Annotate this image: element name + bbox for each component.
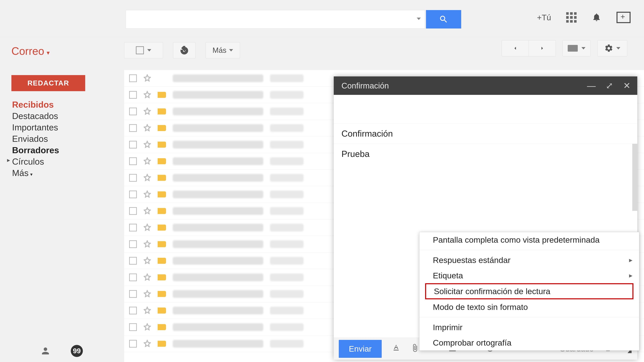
close-icon[interactable]: ✕	[623, 81, 630, 91]
menu-canned-responses[interactable]: Respuestas estándar	[420, 252, 639, 268]
send-button[interactable]: Enviar	[339, 340, 382, 358]
expand-icon[interactable]: ⤢	[606, 81, 613, 91]
star-icon[interactable]	[144, 307, 151, 315]
nav-more[interactable]: Más▾	[12, 167, 59, 179]
star-icon[interactable]	[144, 290, 151, 298]
share-screen-icon[interactable]	[616, 12, 630, 23]
star-icon[interactable]	[144, 323, 151, 331]
nav-drafts[interactable]: Borradores	[12, 144, 59, 156]
refresh-button[interactable]	[173, 42, 196, 58]
important-tag-icon[interactable]	[158, 225, 166, 231]
compose-titlebar[interactable]: Confirmación — ⤢ ✕	[334, 76, 637, 95]
star-icon[interactable]	[144, 157, 151, 165]
nav-inbox[interactable]: Recibidos	[12, 99, 59, 110]
important-tag-icon[interactable]	[158, 75, 166, 81]
important-tag-icon[interactable]	[158, 291, 166, 297]
important-tag-icon[interactable]	[158, 191, 166, 197]
input-tools-button[interactable]	[562, 40, 591, 56]
important-tag-icon[interactable]	[158, 324, 166, 330]
compose-window-controls: — ⤢ ✕	[587, 81, 630, 91]
compose-to-field[interactable]	[334, 95, 637, 123]
important-tag-icon[interactable]	[158, 341, 166, 347]
attach-icon[interactable]	[410, 344, 419, 354]
menu-separator	[420, 250, 639, 250]
settings-button[interactable]	[598, 40, 627, 56]
search-input[interactable]	[126, 10, 425, 28]
nav-sent[interactable]: Enviados	[12, 133, 59, 144]
star-icon[interactable]	[144, 273, 151, 281]
menu-plain-text[interactable]: Modo de texto sin formato	[420, 299, 639, 315]
person-icon[interactable]	[40, 346, 51, 356]
star-icon[interactable]	[144, 190, 151, 198]
google-plus-link[interactable]: +Tú	[537, 13, 551, 22]
compose-button[interactable]: REDACTAR	[12, 75, 85, 91]
star-icon[interactable]	[144, 207, 151, 215]
refresh-icon	[180, 46, 189, 55]
row-checkbox[interactable]	[129, 207, 137, 215]
row-checkbox[interactable]	[129, 290, 137, 298]
nav-starred[interactable]: Destacados	[12, 110, 59, 122]
important-tag-icon[interactable]	[158, 241, 166, 247]
star-icon[interactable]	[144, 74, 151, 82]
pager	[502, 40, 556, 56]
star-icon[interactable]	[144, 141, 151, 149]
minimize-icon[interactable]: —	[587, 81, 596, 91]
important-tag-icon[interactable]	[158, 175, 166, 181]
important-tag-icon[interactable]	[158, 274, 166, 280]
more-button[interactable]: Más	[206, 42, 240, 58]
important-tag-icon[interactable]	[158, 208, 166, 214]
search-dropdown-icon[interactable]	[417, 17, 421, 20]
notifications-icon[interactable]	[592, 12, 602, 23]
row-checkbox[interactable]	[129, 191, 137, 198]
important-tag-icon[interactable]	[158, 92, 166, 98]
important-tag-icon[interactable]	[158, 258, 166, 264]
row-checkbox[interactable]	[129, 74, 137, 82]
hangouts-icon[interactable]: 99	[71, 345, 83, 357]
important-tag-icon[interactable]	[158, 308, 166, 314]
toolbar-right	[502, 40, 627, 56]
important-tag-icon[interactable]	[158, 158, 166, 164]
compose-subject-field[interactable]: Confirmación	[334, 123, 637, 144]
menu-spellcheck[interactable]: Comprobar ortografía	[420, 335, 639, 351]
next-page-button[interactable]	[529, 40, 556, 56]
menu-label[interactable]: Etiqueta	[420, 268, 639, 283]
row-checkbox[interactable]	[129, 340, 137, 348]
row-checkbox[interactable]	[129, 124, 137, 132]
row-checkbox[interactable]	[129, 108, 137, 115]
format-icon[interactable]	[392, 344, 400, 354]
star-icon[interactable]	[144, 91, 151, 99]
star-icon[interactable]	[144, 107, 151, 115]
row-checkbox[interactable]	[129, 91, 137, 99]
select-all-button[interactable]	[124, 42, 163, 58]
row-checkbox[interactable]	[129, 323, 137, 331]
star-icon[interactable]	[144, 257, 151, 265]
row-checkbox[interactable]	[129, 174, 137, 182]
star-icon[interactable]	[144, 174, 151, 182]
menu-fullscreen-default[interactable]: Pantalla completa como vista predetermin…	[420, 232, 639, 248]
menu-print[interactable]: Imprimir	[420, 320, 639, 335]
important-tag-icon[interactable]	[158, 108, 166, 114]
compose-scrollbar[interactable]	[632, 144, 637, 211]
important-tag-icon[interactable]	[158, 142, 166, 148]
nav-important[interactable]: Importantes	[12, 122, 59, 133]
star-icon[interactable]	[144, 124, 151, 132]
bottom-left-icons: 99	[40, 345, 83, 357]
row-checkbox[interactable]	[129, 224, 137, 231]
row-checkbox[interactable]	[129, 141, 137, 148]
star-icon[interactable]	[144, 340, 151, 348]
menu-request-read-receipt[interactable]: Solicitar confirmación de lectura	[425, 283, 634, 299]
row-checkbox[interactable]	[129, 157, 137, 165]
nav-circles[interactable]: Círculos	[12, 156, 59, 167]
row-checkbox[interactable]	[129, 274, 137, 281]
star-icon[interactable]	[144, 240, 151, 248]
apps-grid-icon[interactable]	[566, 12, 576, 23]
row-checkbox[interactable]	[129, 307, 137, 314]
search-button[interactable]	[426, 10, 461, 28]
row-checkbox[interactable]	[129, 240, 137, 248]
important-tag-icon[interactable]	[158, 125, 166, 131]
row-checkbox[interactable]	[129, 257, 137, 265]
chevron-down-icon	[616, 47, 620, 49]
star-icon[interactable]	[144, 224, 151, 232]
prev-page-button[interactable]	[502, 40, 529, 56]
mail-product-switcher[interactable]: Correo▾	[12, 45, 50, 57]
